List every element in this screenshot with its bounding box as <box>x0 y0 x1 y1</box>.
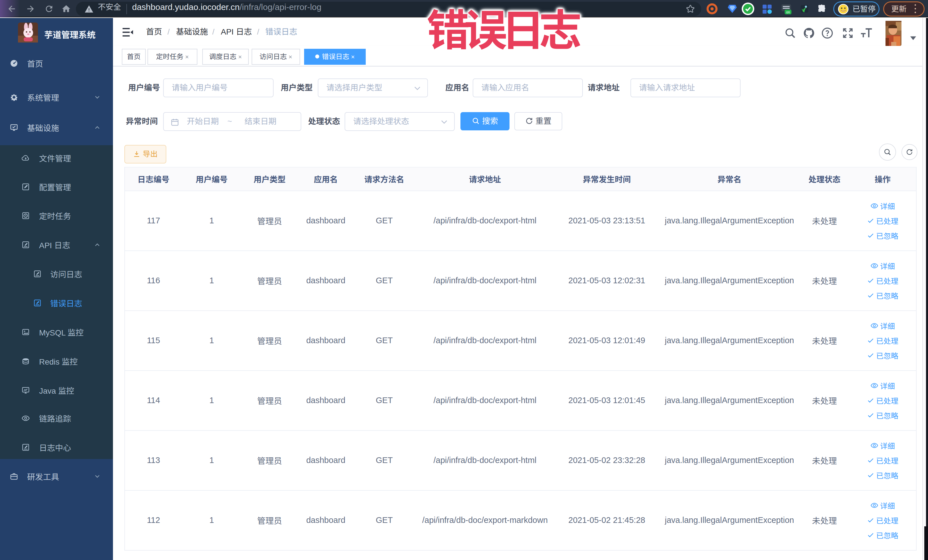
svg-text:on: on <box>786 10 790 14</box>
